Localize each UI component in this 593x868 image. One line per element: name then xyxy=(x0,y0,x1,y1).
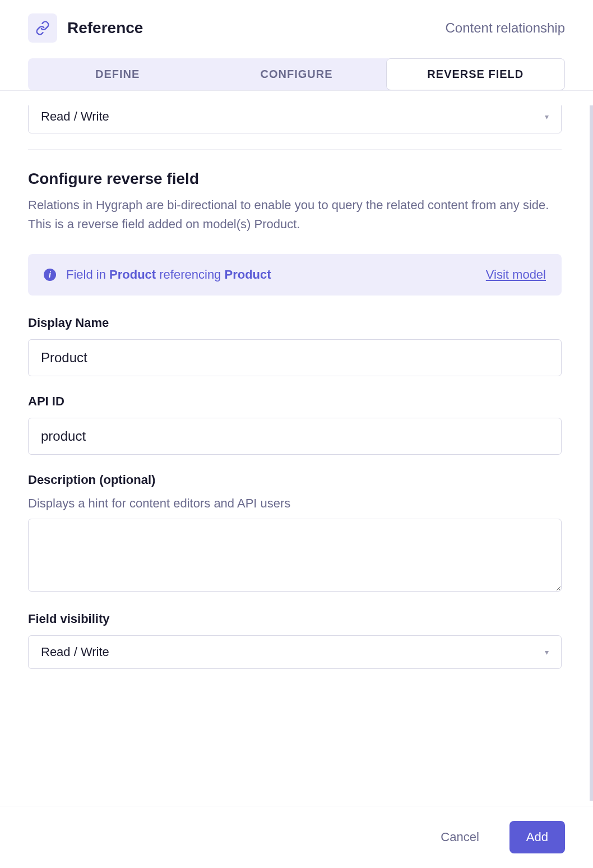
dialog-footer: Cancel Add xyxy=(0,806,593,868)
dialog-title: Reference xyxy=(67,19,143,37)
visit-model-link[interactable]: Visit model xyxy=(486,267,546,282)
info-banner: i Field in Product referencing Product V… xyxy=(28,254,562,296)
banner-model-2: Product xyxy=(224,267,271,281)
banner-prefix: Field in xyxy=(66,267,109,281)
description-hint: Displays a hint for content editors and … xyxy=(28,496,562,511)
select-value: Read / Write xyxy=(41,109,109,124)
api-id-group: API ID xyxy=(28,394,562,455)
info-icon: i xyxy=(44,269,56,281)
section-title: Configure reverse field xyxy=(28,170,562,188)
banner-model-1: Product xyxy=(109,267,156,281)
previous-visibility-field: Read / Write ▾ xyxy=(28,105,562,133)
display-name-label: Display Name xyxy=(28,316,562,330)
previous-visibility-select[interactable]: Read / Write ▾ xyxy=(28,105,562,133)
description-label: Description (optional) xyxy=(28,473,562,487)
section-divider xyxy=(28,149,562,150)
chevron-down-icon: ▾ xyxy=(545,112,549,121)
description-group: Description (optional) Displays a hint f… xyxy=(28,473,562,594)
tab-configure[interactable]: Configure xyxy=(207,58,386,90)
cancel-button[interactable]: Cancel xyxy=(424,821,495,853)
dialog-subtitle: Content relationship xyxy=(446,20,565,36)
tab-define[interactable]: Define xyxy=(28,58,207,90)
visibility-label: Field visibility xyxy=(28,612,562,626)
tab-bar: Define Configure Reverse field xyxy=(28,58,565,90)
header-left: Reference xyxy=(28,13,143,43)
visibility-value: Read / Write xyxy=(41,645,109,659)
visibility-group: Field visibility Read / Write ▾ xyxy=(28,612,562,669)
api-id-input[interactable] xyxy=(28,418,562,455)
api-id-label: API ID xyxy=(28,394,562,409)
dialog-header: Reference Content relationship Define Co… xyxy=(0,0,593,91)
tab-reverse-field[interactable]: Reverse field xyxy=(386,58,565,90)
display-name-group: Display Name xyxy=(28,316,562,376)
form-scroll-area[interactable]: Read / Write ▾ Configure reverse field R… xyxy=(0,105,593,801)
reference-icon xyxy=(28,13,57,43)
section-description: Relations in Hygraph are bi-directional … xyxy=(28,196,562,234)
info-text: i Field in Product referencing Product xyxy=(44,267,271,282)
description-textarea[interactable] xyxy=(28,519,562,592)
add-button[interactable]: Add xyxy=(509,821,565,853)
header-top-row: Reference Content relationship xyxy=(28,13,565,43)
chevron-down-icon: ▾ xyxy=(545,648,549,657)
banner-mid: referencing xyxy=(156,267,224,281)
visibility-select[interactable]: Read / Write ▾ xyxy=(28,635,562,669)
display-name-input[interactable] xyxy=(28,339,562,376)
